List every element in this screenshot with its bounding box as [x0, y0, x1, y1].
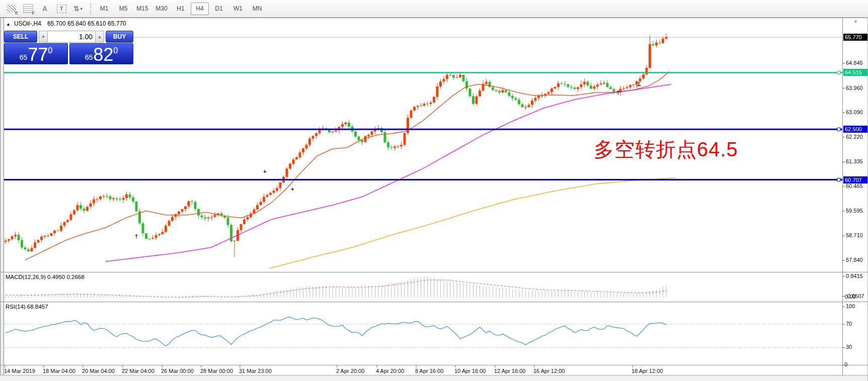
timeframe-button-h4[interactable]: H4 — [191, 3, 209, 15]
toolbar-grip — [90, 3, 91, 14]
timeframe-button-mn[interactable]: MN — [248, 3, 266, 15]
mt4-window: E F A T ⇅ ▾ M1M5M15M30H1H4D1W1MN ▲USOil-… — [0, 0, 868, 381]
volume-input[interactable]: 1.00 — [48, 31, 95, 43]
indicators-hatch-icon[interactable]: E — [5, 3, 18, 15]
collapse-icon[interactable]: ▲ — [6, 22, 11, 27]
chart-annotation-text: 多空转折点64.5 — [594, 136, 738, 163]
sell-button[interactable]: SELL — [4, 31, 37, 43]
volume-control: ▼ 1.00 ▲ — [39, 31, 104, 43]
rsi-label: RSI(14) 68.8457 — [6, 304, 48, 310]
symbol-label: USOil-,H4 — [14, 20, 41, 27]
macd-label: MACD(12,26,9) 0.4950 0.2668 — [6, 274, 85, 280]
grid-hatch-icon[interactable]: F — [22, 3, 35, 15]
text-box-icon[interactable]: T — [55, 3, 68, 15]
timeframe-button-m15[interactable]: M15 — [133, 3, 151, 15]
buy-button[interactable]: BUY — [106, 31, 133, 43]
chevron-down-icon: ▾ — [81, 7, 83, 11]
timeframe-button-m5[interactable]: M5 — [114, 3, 132, 15]
one-click-trading-panel: SELL ▼ 1.00 ▲ BUY 65 77 0 65 82 0 — [4, 31, 133, 64]
timeframe-button-d1[interactable]: D1 — [210, 3, 228, 15]
toolbar: E F A T ⇅ ▾ M1M5M15M30H1H4D1W1MN — [0, 0, 868, 18]
volume-increase-button[interactable]: ▲ — [95, 31, 104, 43]
sell-price-display[interactable]: 65 77 0 — [4, 43, 68, 64]
chart-autoscroll-icon[interactable]: ▼ — [853, 19, 858, 24]
timeframe-button-m30[interactable]: M30 — [152, 3, 171, 15]
buy-price-display[interactable]: 65 82 0 — [69, 43, 133, 64]
ohlc-values: 65.700 65.840 65.610 65.770 — [47, 20, 126, 27]
timeframe-group: M1M5M15M30H1H4D1W1MN — [95, 3, 267, 15]
chart-header: ▲USOil-,H465.700 65.840 65.610 65.770 — [6, 20, 126, 27]
text-label-icon[interactable]: A — [38, 3, 51, 15]
arrow-objects-icon[interactable]: ⇅ ▾ — [71, 3, 85, 15]
timeframe-button-m1[interactable]: M1 — [95, 3, 113, 15]
timeframe-button-h1[interactable]: H1 — [172, 3, 190, 15]
volume-decrease-button[interactable]: ▼ — [39, 31, 48, 43]
timeframe-button-w1[interactable]: W1 — [229, 3, 247, 15]
